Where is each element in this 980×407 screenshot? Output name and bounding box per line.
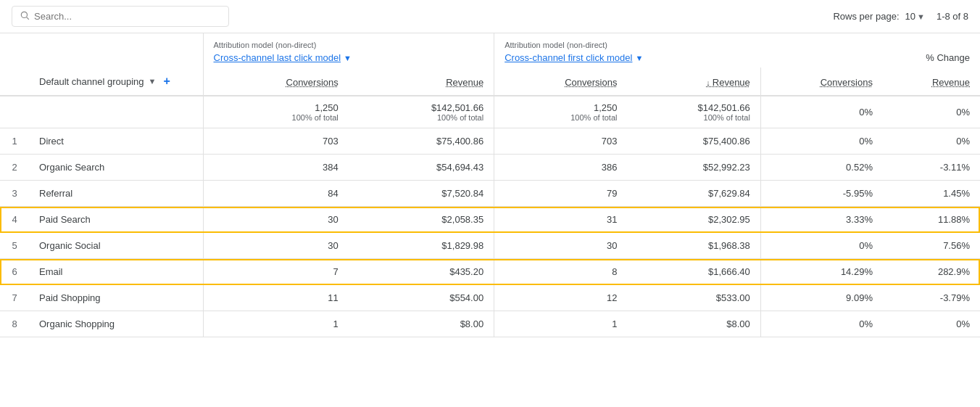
row-num: 6: [0, 259, 29, 285]
row-m1-rev: $7,520.84: [349, 181, 494, 207]
table-row: 8 Organic Shopping 1 $8.00 1 $8.00 0% 0%: [0, 311, 980, 337]
row-m1-conv: 30: [203, 233, 349, 259]
pagination-controls: Rows per page: 10 ▼ 1-8 of 8: [833, 11, 968, 22]
row-pct-conv: 14.29%: [760, 259, 883, 285]
row-m2-conv: 386: [494, 155, 628, 181]
top-bar: Rows per page: 10 ▼ 1-8 of 8: [0, 0, 980, 33]
totals-pct-rev: 0%: [883, 96, 980, 128]
row-pct-rev: 0%: [883, 128, 980, 155]
row-m1-conv: 30: [203, 207, 349, 233]
row-channel: Organic Shopping: [29, 311, 203, 337]
svg-line-1: [27, 17, 29, 20]
totals-m2-rev: $142,501.66 100% of total: [627, 96, 760, 128]
row-m2-rev: $52,992.23: [627, 155, 760, 181]
row-pct-rev: 0%: [883, 311, 980, 337]
row-num: 2: [0, 155, 29, 181]
col-pct-conversions[interactable]: Conversions: [760, 67, 883, 96]
rows-count: 1-8 of 8: [937, 11, 968, 22]
m2-revenue-down-arrow: ↓: [706, 78, 713, 87]
pct-revenue-label: Revenue: [932, 77, 970, 88]
model-name-row: Cross-channel last click model ▼ Cross-c…: [0, 51, 980, 67]
channel-dropdown-icon: ▼: [149, 77, 157, 86]
model2-dropdown[interactable]: Cross-channel first click model ▼: [504, 52, 643, 63]
row-m2-rev: $1,968.38: [627, 233, 760, 259]
pct-conversions-label: Conversions: [821, 77, 873, 88]
row-m1-conv: 7: [203, 259, 349, 285]
m2-revenue-label: Revenue: [713, 77, 750, 88]
row-m2-conv: 703: [494, 128, 628, 155]
row-m1-conv: 703: [203, 128, 349, 155]
rows-per-page-select[interactable]: 10 ▼: [905, 11, 925, 22]
row-num: 8: [0, 311, 29, 337]
totals-m2-conv: 1,250 100% of total: [494, 96, 628, 128]
model1-dropdown-icon: ▼: [344, 54, 352, 62]
row-pct-conv: 0%: [760, 311, 883, 337]
attr-model-label-row: Attribution model (non-direct) Attributi…: [0, 33, 980, 51]
rows-per-page-label: Rows per page:: [833, 11, 899, 22]
col-m1-revenue[interactable]: Revenue: [349, 67, 494, 96]
col-headers-row: Default channel grouping ▼ + Conversions…: [0, 67, 980, 96]
row-num: 5: [0, 233, 29, 259]
row-channel: Organic Search: [29, 155, 203, 181]
row-channel: Paid Shopping: [29, 285, 203, 311]
row-m2-conv: 8: [494, 259, 628, 285]
table-row: 1 Direct 703 $75,400.86 703 $75,400.86 0…: [0, 128, 980, 155]
row-num: 7: [0, 285, 29, 311]
col-m2-revenue[interactable]: ↓ Revenue: [627, 67, 760, 96]
model2-name: Cross-channel first click model: [504, 52, 632, 63]
row-m1-conv: 84: [203, 181, 349, 207]
row-pct-conv: 0.52%: [760, 155, 883, 181]
row-m1-conv: 11: [203, 285, 349, 311]
col-num-empty: [0, 67, 29, 96]
model2-name-header: Cross-channel first click model ▼: [494, 51, 761, 67]
row-m1-conv: 384: [203, 155, 349, 181]
empty-header-2: [760, 33, 980, 51]
row-pct-rev: -3.79%: [883, 285, 980, 311]
row-num: 4: [0, 207, 29, 233]
row-num: 3: [0, 181, 29, 207]
totals-row: 1,250 100% of total $142,501.66 100% of …: [0, 96, 980, 128]
row-m2-rev: $1,666.40: [627, 259, 760, 285]
empty-model-1: [0, 51, 203, 67]
row-channel: Organic Social: [29, 233, 203, 259]
rows-per-page-value: 10: [905, 11, 915, 22]
attr-model-label-2: Attribution model (non-direct): [494, 33, 761, 51]
row-pct-rev: 1.45%: [883, 181, 980, 207]
row-m2-rev: $2,302.95: [627, 207, 760, 233]
totals-pct-conv: 0%: [760, 96, 883, 128]
row-num: 1: [0, 128, 29, 155]
row-channel: Email: [29, 259, 203, 285]
row-m1-rev: $75,400.86: [349, 128, 494, 155]
channel-grouping-control[interactable]: Default channel grouping ▼ +: [39, 75, 193, 88]
table-row: 7 Paid Shopping 11 $554.00 12 $533.00 9.…: [0, 285, 980, 311]
totals-num-empty: [0, 96, 29, 128]
rows-per-page-dropdown-icon[interactable]: ▼: [917, 12, 925, 21]
row-channel: Paid Search: [29, 207, 203, 233]
model1-dropdown[interactable]: Cross-channel last click model ▼: [214, 52, 352, 63]
m1-conversions-label: Conversions: [286, 77, 339, 88]
row-m1-rev: $435.20: [349, 259, 494, 285]
row-m1-rev: $554.00: [349, 285, 494, 311]
row-channel: Direct: [29, 128, 203, 155]
search-input[interactable]: [34, 11, 221, 22]
row-m2-rev: $75,400.86: [627, 128, 760, 155]
totals-channel-empty: [29, 96, 203, 128]
row-pct-rev: 7.56%: [883, 233, 980, 259]
row-pct-conv: -5.95%: [760, 181, 883, 207]
search-icon: [20, 10, 30, 22]
row-pct-conv: 9.09%: [760, 285, 883, 311]
col-m2-conversions[interactable]: Conversions: [494, 67, 628, 96]
row-m2-rev: $8.00: [627, 311, 760, 337]
col-pct-revenue[interactable]: Revenue: [883, 67, 980, 96]
pct-change-header: % Change: [760, 51, 980, 67]
row-m2-rev: $7,629.84: [627, 181, 760, 207]
col-m1-conversions[interactable]: Conversions: [203, 67, 349, 96]
search-box[interactable]: [12, 6, 229, 27]
table-row: 5 Organic Social 30 $1,829.98 30 $1,968.…: [0, 233, 980, 259]
add-column-btn[interactable]: +: [163, 75, 170, 88]
pct-change-label: % Change: [926, 52, 970, 63]
row-pct-rev: 282.9%: [883, 259, 980, 285]
attr-model-label-1: Attribution model (non-direct): [203, 33, 494, 51]
row-m1-rev: $1,829.98: [349, 233, 494, 259]
totals-m1-conv: 1,250 100% of total: [203, 96, 349, 128]
